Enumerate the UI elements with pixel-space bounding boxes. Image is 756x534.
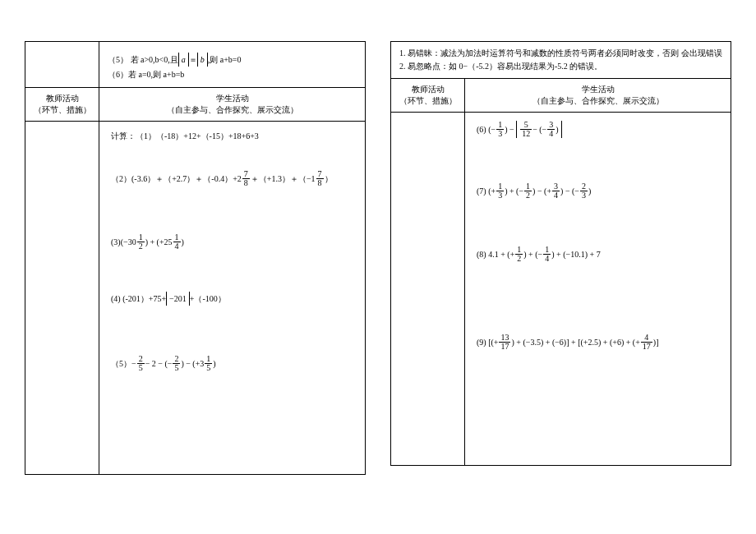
problem-1: 计算：（1）（-18）+12+（-15）+18+6+3 [111, 130, 353, 142]
rule-6: （6）若 a=0,则 a+b=b [108, 67, 357, 82]
right-header-row: 教师活动 （环节、措施） 学生活动 （自主参与、合作探究、展示交流） [391, 79, 731, 113]
note-1: 1. 易错昧：减法为加法时运算符号和减数的性质符号两者必须同时改变，否则 会出现… [399, 47, 722, 60]
problem-2: （2）(-3.6）＋（+2.7）＋（-0.4）+278＋（+1.3）＋（−178… [111, 170, 353, 187]
student-header-r: 学生活动 （自主参与、合作探究、展示交流） [465, 79, 731, 113]
teacher-header: 教师活动 （环节、措施） [25, 87, 99, 121]
left-top-content: （5） 若 a>0,b<0,且a＝b,则 a+b=0 （6）若 a=0,则 a+… [99, 42, 366, 88]
problem-7: (7) (+13) + (−12) − (+34) − (−23) [477, 182, 719, 200]
right-content-row: (6) (−13) − 512− (−34) (7) (+13) + (−12)… [391, 113, 731, 466]
right-page: 1. 易错昧：减法为加法时运算符号和减数的性质符号两者必须同时改变，否则 会出现… [390, 41, 731, 475]
right-top-content: 1. 易错昧：减法为加法时运算符号和减数的性质符号两者必须同时改变，否则 会出现… [391, 42, 731, 79]
problem-4: (4) (-201）+75+−201+（-100） [111, 292, 353, 306]
rule-5: （5） 若 a>0,b<0,且a＝b,则 a+b=0 [108, 52, 357, 67]
left-page: （5） 若 a>0,b<0,且a＝b,则 a+b=0 （6）若 a=0,则 a+… [25, 41, 366, 475]
left-top-row: （5） 若 a>0,b<0,且a＝b,则 a+b=0 （6）若 a=0,则 a+… [25, 42, 366, 88]
left-top-empty [25, 42, 99, 88]
student-header: 学生活动 （自主参与、合作探究、展示交流） [99, 87, 366, 121]
problem-6: (6) (−13) − 512− (−34) [477, 121, 719, 138]
left-content-row: 计算：（1）（-18）+12+（-15）+18+6+3 （2）(-3.6）＋（+… [25, 121, 366, 474]
right-top-row: 1. 易错昧：减法为加法时运算符号和减数的性质符号两者必须同时改变，否则 会出现… [391, 42, 731, 79]
problem-3: (3)(−3012) + (+2514) [111, 233, 353, 251]
problem-5: （5）−25− 2 − (−25) − (+315) [111, 355, 353, 372]
student-content: 计算：（1）（-18）+12+（-15）+18+6+3 （2）(-3.6）＋（+… [99, 121, 366, 474]
student-content-r: (6) (−13) − 512− (−34) (7) (+13) + (−12)… [465, 113, 731, 466]
problem-9: (9) [(+1317) + (−3.5) + (−6)] + [(+2.5) … [477, 334, 719, 351]
problem-8: (8) 4.1 + (+12) + (−14) + (−10.1) + 7 [477, 246, 719, 263]
note-2: 2. 易忽略点：如 0−（-5.2）容易出现结果为-5.2 的错误。 [399, 60, 722, 73]
left-header-row: 教师活动 （环节、措施） 学生活动 （自主参与、合作探究、展示交流） [25, 87, 366, 121]
left-table: （5） 若 a>0,b<0,且a＝b,则 a+b=0 （6）若 a=0,则 a+… [25, 41, 366, 475]
teacher-content-r [391, 113, 465, 466]
right-table: 1. 易错昧：减法为加法时运算符号和减数的性质符号两者必须同时改变，否则 会出现… [390, 41, 731, 466]
teacher-content [25, 121, 99, 474]
teacher-header-r: 教师活动 （环节、措施） [391, 79, 465, 113]
